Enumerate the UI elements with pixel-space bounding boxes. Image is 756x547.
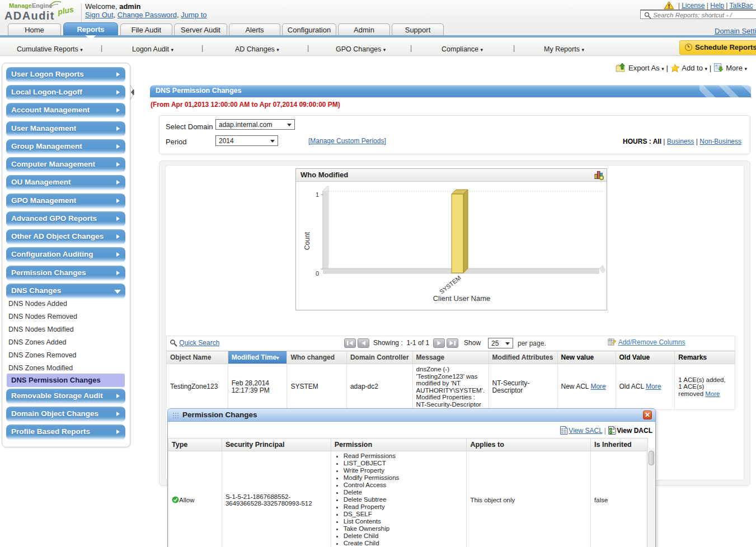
svg-text:1: 1 xyxy=(316,191,319,198)
svg-text:ManageEngine: ManageEngine xyxy=(9,2,53,9)
svg-text:ADAudit: ADAudit xyxy=(4,10,55,22)
svg-text:plus: plus xyxy=(57,4,74,16)
svg-text:SYSTEM: SYSTEM xyxy=(438,274,462,295)
svg-text:Count: Count xyxy=(303,232,311,250)
svg-text:Client User Name: Client User Name xyxy=(433,294,491,303)
svg-text:0: 0 xyxy=(316,270,319,277)
